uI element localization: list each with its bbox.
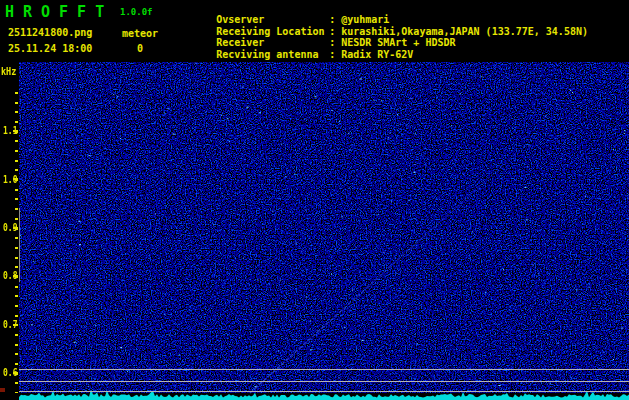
datetime-label: 25.11.24 18:00 (8, 43, 92, 54)
meteor-count-label: meteor (122, 28, 158, 39)
info-separator: : (329, 49, 341, 60)
reference-line-lower (19, 391, 629, 392)
info-row-observer: Ovserver:@yuhmari (180, 3, 588, 15)
app-title: HROFFT (5, 3, 113, 21)
calibration-bar (19, 208, 20, 282)
info-label: Ovserver (216, 14, 329, 25)
info-label: Recviving antenna (216, 49, 329, 60)
info-value: kurashiki,Okayama,JAPAN (133.77E, 34.58N… (341, 26, 588, 37)
station-info-block: Ovserver:@yuhmari Receiving Location:kur… (180, 3, 588, 49)
reference-line-middle (19, 381, 629, 382)
spectrogram-plot (19, 62, 629, 400)
info-label: Receiver (216, 37, 329, 48)
info-value: NESDR SMArt + HDSDR (341, 37, 455, 48)
y-axis-unit: kHz (1, 66, 16, 77)
hrofft-spectrogram-screen: HROFFT 1.0.0f 2511241800.png meteor 25.1… (0, 0, 629, 400)
corner-mark (0, 388, 5, 392)
y-axis-major-ticks-left (13, 130, 18, 374)
info-value: @yuhmari (341, 14, 389, 25)
info-value: Radix RY-62V (341, 49, 413, 60)
info-separator: : (329, 26, 341, 37)
output-filename: 2511241800.png (8, 27, 92, 38)
info-separator: : (329, 37, 341, 48)
noise-field (19, 62, 629, 393)
meteor-count-value: 0 (137, 43, 143, 54)
app-version: 1.0.0f (120, 7, 153, 17)
info-separator: : (329, 14, 341, 25)
reference-line-upper (19, 369, 629, 370)
info-label: Receiving Location (216, 26, 329, 37)
